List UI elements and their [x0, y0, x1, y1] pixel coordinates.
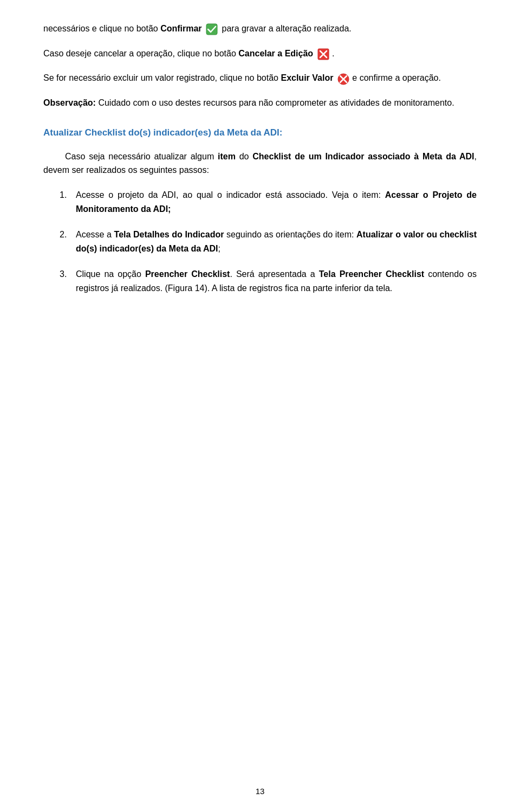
- item3-mid: . Será apresentada a: [230, 269, 318, 279]
- text-confirmar: Confirmar: [160, 24, 202, 33]
- item2-text: Acesse a: [76, 230, 114, 239]
- item2-bold1: Tela Detalhes do Indicador: [114, 230, 224, 239]
- item2-mid: seguindo as orientações do item:: [224, 230, 356, 239]
- checklist-section: Atualizar Checklist do(s) indicador(es) …: [43, 126, 477, 295]
- item3-text: Clique na opção: [76, 269, 145, 279]
- text-excluir-after: e confirme a operação.: [352, 73, 441, 82]
- page-container: necessários e clique no botão Confirmar …: [0, 0, 520, 812]
- text-caso-deseje: Caso deseje cancelar a operação, clique …: [43, 49, 238, 58]
- text-necessarios: necessários e clique no botão: [43, 24, 160, 33]
- observation-block: Observação: Cuidado com o uso destes rec…: [43, 96, 477, 110]
- list-number-2: 2.: [60, 228, 67, 242]
- numbered-list: 1. Acesse o projeto da ADI, ao qual o in…: [43, 188, 477, 295]
- checklist-intro-before: Caso seja necessário atualizar algum: [65, 152, 218, 161]
- checklist-intro-bold2: Checklist de um Indicador associado à Me…: [252, 152, 474, 161]
- text-para-gravar: para gravar a alteração realizada.: [222, 24, 352, 33]
- checklist-intro-item: item: [218, 152, 236, 161]
- paragraph-2: Caso deseje cancelar a operação, clique …: [43, 47, 477, 61]
- text-excluir-valor: Excluir Valor: [281, 73, 333, 82]
- checklist-intro: Caso seja necessário atualizar algum ite…: [43, 150, 477, 177]
- list-item-1: 1. Acesse o projeto da ADI, ao qual o in…: [76, 188, 477, 216]
- section-heading: Atualizar Checklist do(s) indicador(es) …: [43, 126, 477, 140]
- text-se-for: Se for necessário excluir um valor regis…: [43, 73, 281, 82]
- observation-label: Observação:: [43, 98, 96, 107]
- list-item-2: 2. Acesse a Tela Detalhes do Indicador s…: [76, 228, 477, 255]
- confirm-icon: [206, 23, 218, 35]
- item3-bold2: Tela Preencher Checklist: [319, 269, 424, 279]
- list-item-3: 3. Clique na opção Preencher Checklist. …: [76, 267, 477, 295]
- item2-after: ;: [218, 244, 220, 253]
- paragraph-1: necessários e clique no botão Confirmar …: [43, 22, 477, 36]
- item3-bold1: Preencher Checklist: [145, 269, 230, 279]
- page-footer: 13: [0, 787, 520, 796]
- item1-text: Acesse o projeto da ADI, ao qual o indic…: [76, 190, 385, 199]
- excluir-icon: [337, 73, 348, 84]
- observation-text: Cuidado com o uso destes recursos para n…: [96, 98, 454, 107]
- page-number: 13: [256, 787, 265, 796]
- paragraph-3: Se for necessário excluir um valor regis…: [43, 71, 477, 85]
- list-number-3: 3.: [60, 267, 67, 281]
- cancel-icon: [317, 48, 328, 59]
- checklist-intro-mid: do: [236, 152, 252, 161]
- list-number-1: 1.: [60, 188, 67, 202]
- text-cancelar: Cancelar a Edição: [238, 49, 313, 58]
- text-cancelar-after: .: [332, 49, 334, 58]
